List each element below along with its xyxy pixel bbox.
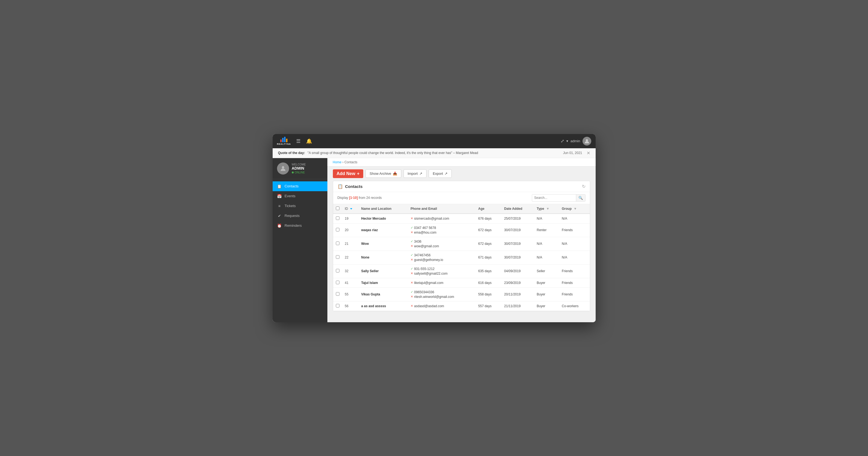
- phone-email-block: ✕sismercado@gmail.com: [411, 217, 473, 221]
- row-checkbox-cell: [333, 301, 342, 311]
- close-icon[interactable]: ✕: [587, 151, 590, 156]
- phone-value: 931-555-1212: [414, 267, 435, 271]
- topbar-right: ⤢ ▾ admin: [561, 137, 591, 145]
- menu-icon[interactable]: ☰: [296, 138, 301, 144]
- row-id: 19: [342, 214, 359, 224]
- row-name[interactable]: None: [359, 251, 408, 264]
- row-checkbox[interactable]: [336, 281, 339, 284]
- email-line: ✕asdasd@asdad.com: [411, 304, 473, 308]
- email-unverified-icon: ✕: [411, 272, 413, 275]
- table-section-header: 📋 Contacts ↻: [333, 181, 590, 192]
- row-type: Buyer: [534, 278, 559, 288]
- row-contact: ✕liketajul@gmail.com: [408, 278, 475, 288]
- quote-text: "A small group of thoughtful people coul…: [308, 151, 478, 155]
- sidebar-item-reminders[interactable]: ⏰ Reminders: [273, 221, 328, 231]
- refresh-icon[interactable]: ↻: [582, 184, 586, 189]
- sidebar-item-requests[interactable]: ✔ Requests: [273, 211, 328, 221]
- phone-verified-icon: ✓: [411, 240, 413, 243]
- row-type: N/A: [534, 237, 559, 251]
- quote-bar: Quote of the day: "A small group of thou…: [273, 148, 596, 158]
- sidebar-username: ADMIN: [292, 166, 306, 170]
- row-checkbox[interactable]: [336, 269, 339, 272]
- email-unverified-icon: ✕: [411, 304, 413, 308]
- row-checkbox-cell: [333, 278, 342, 288]
- row-type: Renter: [534, 223, 559, 237]
- row-age: 635 days: [475, 264, 501, 278]
- export-button[interactable]: Export ↗: [429, 169, 452, 178]
- import-icon: ↗: [420, 171, 422, 175]
- email-value: ema@hou.com: [414, 231, 437, 234]
- sidebar-welcome: WELCOME: [292, 163, 306, 166]
- email-line: ✕ema@hou.com: [411, 231, 473, 234]
- add-new-button[interactable]: Add New +: [333, 169, 364, 178]
- row-checkbox[interactable]: [336, 216, 339, 220]
- search-button[interactable]: 🔍: [576, 195, 585, 201]
- import-button[interactable]: Import ↗: [403, 169, 427, 178]
- sidebar-item-events[interactable]: 📅 Events: [273, 191, 328, 201]
- email-unverified-icon: ✕: [411, 281, 413, 285]
- select-all-checkbox[interactable]: [336, 206, 339, 210]
- email-value: ritesh.winworld@gmail.com: [414, 295, 454, 299]
- row-checkbox[interactable]: [336, 241, 339, 245]
- contacts-table: ID Name and Location Phone and Email Age…: [333, 204, 590, 311]
- expand-icon[interactable]: ⤢: [561, 138, 564, 143]
- phone-verified-icon: ✓: [411, 267, 413, 270]
- breadcrumb-home[interactable]: Home: [333, 160, 342, 164]
- row-date-added: 25/07/2019: [501, 214, 534, 224]
- row-id: 21: [342, 237, 359, 251]
- row-checkbox-cell: [333, 264, 342, 278]
- row-name[interactable]: a as asd asssss: [359, 301, 408, 311]
- sidebar: WELCOME ADMIN ONLINE 📋 Contacts 📅 Events: [273, 158, 328, 322]
- sidebar-item-tickets[interactable]: ≡ Tickets: [273, 201, 328, 211]
- row-group: N/A: [559, 237, 590, 251]
- row-date-added: 20/11/2019: [501, 288, 534, 301]
- phone-value: 0347 467 5678: [414, 226, 436, 230]
- sidebar-item-label: Tickets: [285, 204, 296, 208]
- email-line: ✕guest@gethomey.io: [411, 258, 473, 262]
- logo-text: REALTYNA: [277, 143, 291, 145]
- search-input[interactable]: [532, 195, 576, 201]
- sidebar-item-label: Requests: [285, 214, 300, 218]
- events-icon: 📅: [277, 194, 282, 198]
- row-id: 56: [342, 301, 359, 311]
- phone-email-block: ✓09650344336✕ritesh.winworld@gmail.com: [411, 290, 473, 299]
- row-name[interactable]: waqas riaz: [359, 223, 408, 237]
- row-name[interactable]: Hector Mercado: [359, 214, 408, 224]
- table-row: 32Sally Seller✓931-555-1212✕sallysell@gm…: [333, 264, 590, 278]
- row-contact: ✕sismercado@gmail.com: [408, 214, 475, 224]
- sidebar-user-info: WELCOME ADMIN ONLINE: [292, 163, 306, 174]
- show-archive-button[interactable]: Show Archive 📥: [366, 169, 401, 178]
- row-name[interactable]: Vikas Gupta: [359, 288, 408, 301]
- row-age: 616 days: [475, 278, 501, 288]
- row-name[interactable]: Sally Seller: [359, 264, 408, 278]
- phone-verified-icon: ✓: [411, 290, 413, 294]
- row-date-added: 21/11/2019: [501, 301, 534, 311]
- display-suffix: from 24 records: [359, 196, 382, 200]
- th-id[interactable]: ID: [342, 204, 359, 214]
- phone-email-block: ✓931-555-1212✕sallysell@gmail22.com: [411, 267, 473, 275]
- svg-point-1: [282, 166, 284, 168]
- table-row: 56a as asd asssss✕asdasd@asdad.com557 da…: [333, 301, 590, 311]
- row-group: Co-workers: [559, 301, 590, 311]
- sidebar-item-contacts[interactable]: 📋 Contacts: [273, 182, 328, 191]
- bell-icon[interactable]: 🔔: [306, 138, 312, 144]
- email-value: liketajul@gmail.com: [414, 281, 443, 285]
- row-checkbox[interactable]: [336, 255, 339, 259]
- group-filter-icon[interactable]: ▼: [574, 207, 577, 210]
- table-row: 20waqas riaz✓0347 467 5678✕ema@hou.com67…: [333, 223, 590, 237]
- row-type: Seller: [534, 264, 559, 278]
- type-filter-icon[interactable]: ▼: [546, 207, 549, 210]
- row-checkbox[interactable]: [336, 304, 339, 307]
- row-checkbox[interactable]: [336, 228, 339, 231]
- row-contact: ✓3436✕wow@gmail.com: [408, 237, 475, 251]
- row-name[interactable]: Wow: [359, 237, 408, 251]
- row-checkbox[interactable]: [336, 292, 339, 296]
- search-box: 🔍: [532, 194, 586, 202]
- table-header-row: ID Name and Location Phone and Email Age…: [333, 204, 590, 214]
- toolbar: Add New + Show Archive 📥 Import ↗ Export…: [328, 167, 596, 181]
- breadcrumb: Home › Contacts: [328, 158, 596, 167]
- row-contact: ✓347467456✕guest@gethomey.io: [408, 251, 475, 264]
- app-window: REALTYNA ☰ 🔔 ⤢ ▾ admin Quote of the day:…: [273, 134, 596, 322]
- row-name[interactable]: Tajul Islam: [359, 278, 408, 288]
- email-unverified-icon: ✕: [411, 231, 413, 234]
